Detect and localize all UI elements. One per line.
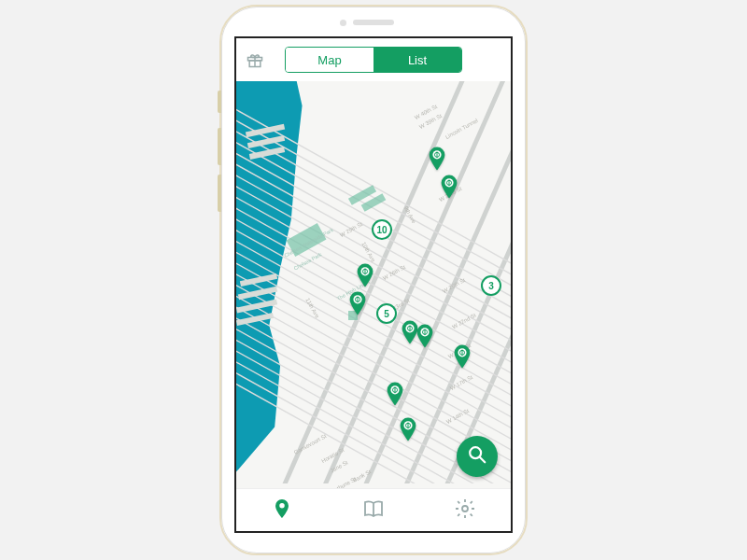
book-icon xyxy=(362,497,385,524)
map-pin[interactable] xyxy=(428,147,446,171)
tab-settings[interactable] xyxy=(453,498,477,523)
svg-point-62 xyxy=(462,506,468,511)
map-view[interactable]: W 40th St W 39th St W 33rd St W 29th St … xyxy=(236,81,511,488)
phone-side-button xyxy=(218,128,221,165)
view-toggle: Map List xyxy=(285,47,462,73)
phone-speaker xyxy=(353,20,394,25)
tab-guide[interactable] xyxy=(361,498,386,523)
phone-frame: Map List xyxy=(219,5,528,555)
phone-side-button xyxy=(218,91,221,113)
map-pin[interactable] xyxy=(356,263,374,287)
map-pin-icon xyxy=(271,497,293,524)
app-screen: Map List xyxy=(234,36,513,533)
svg-line-12 xyxy=(236,154,511,328)
magnifier-icon xyxy=(467,444,487,469)
top-bar: Map List xyxy=(236,38,511,81)
map-pin[interactable] xyxy=(386,382,404,406)
tab-map[interactable] xyxy=(270,498,294,523)
segment-map[interactable]: Map xyxy=(286,48,374,72)
search-fab[interactable] xyxy=(457,436,498,477)
map-pin[interactable] xyxy=(416,324,434,348)
segment-list[interactable]: List xyxy=(374,48,461,72)
phone-camera-dot xyxy=(340,20,346,26)
map-cluster[interactable]: 5 xyxy=(376,303,397,324)
gift-icon[interactable] xyxy=(246,50,264,69)
map-cluster[interactable]: 3 xyxy=(481,275,501,296)
gear-icon xyxy=(454,497,476,524)
map-pin[interactable] xyxy=(348,291,367,315)
phone-side-button xyxy=(218,175,221,212)
tab-bar xyxy=(236,488,511,531)
map-pin[interactable] xyxy=(399,417,417,441)
svg-line-61 xyxy=(480,457,486,463)
map-pin[interactable] xyxy=(453,344,472,369)
map-cluster[interactable]: 10 xyxy=(372,219,392,240)
map-pin[interactable] xyxy=(440,175,458,199)
